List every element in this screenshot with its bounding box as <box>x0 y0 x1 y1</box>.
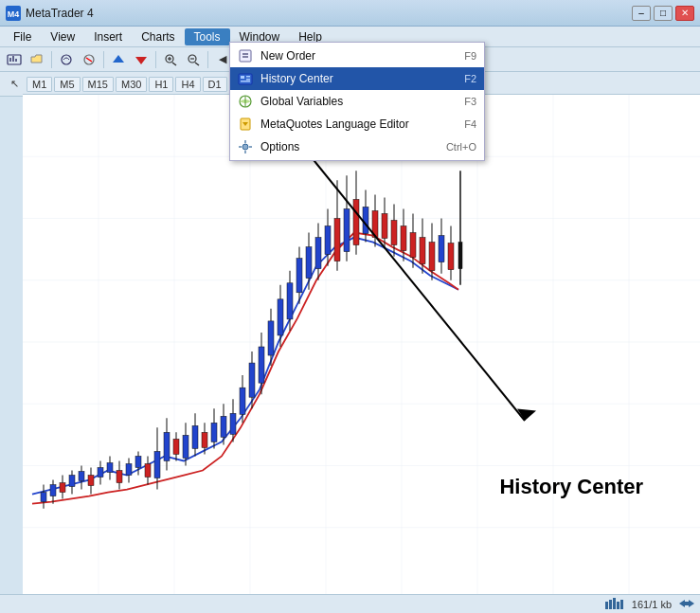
sell-btn[interactable] <box>131 50 152 69</box>
svg-marker-9 <box>113 55 124 63</box>
disconnect-btn[interactable] <box>79 50 99 69</box>
dropdown-global-variables[interactable]: Global Variables F3 <box>230 90 484 113</box>
menu-view[interactable]: View <box>41 28 84 45</box>
svg-rect-91 <box>306 247 312 279</box>
status-bar: 161/1 kb <box>0 594 700 613</box>
scroll-indicator <box>679 598 694 611</box>
history-center-shortcut: F2 <box>464 73 476 84</box>
svg-rect-117 <box>429 243 435 271</box>
history-center-label: History Center <box>260 72 457 85</box>
svg-rect-87 <box>287 283 293 319</box>
svg-rect-101 <box>353 199 359 244</box>
sep1 <box>51 51 52 68</box>
svg-rect-73 <box>221 416 226 437</box>
sep4 <box>207 51 208 68</box>
new-chart-btn[interactable] <box>4 50 25 69</box>
sep2 <box>103 51 104 68</box>
svg-rect-111 <box>401 226 406 251</box>
svg-rect-65 <box>183 435 188 458</box>
title-bar-controls: – □ ✕ <box>632 6 694 21</box>
svg-rect-132 <box>246 79 250 81</box>
dropdown-options[interactable]: Options Ctrl+O <box>230 135 484 158</box>
svg-rect-143 <box>605 602 608 609</box>
svg-rect-81 <box>259 347 264 383</box>
svg-rect-105 <box>372 210 378 237</box>
svg-rect-39 <box>60 483 65 493</box>
title-bar: M4 MetaTrader 4 – □ ✕ <box>0 0 700 27</box>
status-text: 161/1 kb <box>632 599 672 610</box>
svg-rect-115 <box>420 238 425 264</box>
svg-text:M4: M4 <box>8 9 20 19</box>
chart-svg <box>23 95 700 594</box>
svg-rect-119 <box>439 236 444 262</box>
new-order-icon <box>238 48 253 63</box>
svg-rect-146 <box>617 602 619 609</box>
svg-rect-121 <box>448 243 454 270</box>
svg-marker-10 <box>135 57 147 64</box>
new-order-label: New Order <box>260 49 457 63</box>
svg-rect-93 <box>315 238 321 269</box>
svg-rect-89 <box>296 259 302 293</box>
svg-line-16 <box>195 63 199 65</box>
menu-file[interactable]: File <box>4 28 41 45</box>
svg-rect-53 <box>126 463 132 475</box>
buy-btn[interactable] <box>108 50 129 69</box>
chart-bars-icon <box>605 598 624 611</box>
svg-rect-103 <box>363 207 368 233</box>
options-label: Options <box>260 140 439 153</box>
metaquotes-editor-label: MetaQuotes Language Editor <box>260 117 457 131</box>
svg-rect-123 <box>458 243 462 269</box>
minimize-button[interactable]: – <box>632 6 651 21</box>
title-bar-text: MetaTrader 4 <box>26 7 632 20</box>
tf-m15[interactable]: M15 <box>82 77 114 92</box>
svg-rect-2 <box>8 55 21 64</box>
tf-m5[interactable]: M5 <box>54 77 80 92</box>
svg-line-8 <box>86 58 92 62</box>
svg-rect-61 <box>164 432 170 460</box>
svg-point-6 <box>62 55 71 64</box>
svg-rect-63 <box>173 439 179 454</box>
close-button[interactable]: ✕ <box>675 6 694 21</box>
svg-rect-77 <box>240 388 245 414</box>
svg-rect-57 <box>145 463 151 477</box>
tf-d1[interactable]: D1 <box>203 77 227 92</box>
svg-rect-51 <box>117 471 122 483</box>
zoom-out-btn[interactable] <box>183 50 204 69</box>
zoom-in-btn[interactable] <box>160 50 181 69</box>
new-order-shortcut: F9 <box>464 50 476 62</box>
svg-rect-49 <box>107 462 113 472</box>
tools-dropdown: New Order F9 History Center F2 Global Va… <box>229 42 485 161</box>
svg-rect-85 <box>278 299 283 335</box>
svg-rect-41 <box>69 476 75 487</box>
svg-rect-67 <box>192 425 198 448</box>
open-btn[interactable] <box>27 50 47 69</box>
metaquotes-editor-icon <box>238 117 253 132</box>
svg-point-138 <box>242 144 248 150</box>
svg-rect-35 <box>41 493 46 502</box>
svg-line-12 <box>172 63 176 65</box>
menu-charts[interactable]: Charts <box>132 28 184 45</box>
cursor-btn[interactable]: ↖ <box>4 75 25 94</box>
dropdown-history-center[interactable]: History Center F2 <box>230 67 484 90</box>
tf-h1[interactable]: H1 <box>149 77 173 92</box>
maximize-button[interactable]: □ <box>654 6 673 21</box>
svg-rect-83 <box>268 321 274 355</box>
options-icon <box>238 139 253 154</box>
svg-rect-95 <box>325 226 331 255</box>
svg-rect-145 <box>613 598 616 609</box>
svg-rect-113 <box>410 233 416 258</box>
tf-m1[interactable]: M1 <box>27 77 52 92</box>
tf-h4[interactable]: H4 <box>175 77 200 92</box>
dropdown-metaquotes-editor[interactable]: MetaQuotes Language Editor F4 <box>230 113 484 135</box>
svg-rect-133 <box>241 81 250 82</box>
svg-rect-59 <box>154 451 160 478</box>
svg-rect-47 <box>98 467 103 477</box>
svg-rect-97 <box>334 218 340 261</box>
dropdown-new-order[interactable]: New Order F9 <box>230 45 484 67</box>
menu-insert[interactable]: Insert <box>84 28 132 45</box>
connect-btn[interactable] <box>56 50 77 69</box>
menu-tools[interactable]: Tools <box>185 28 230 45</box>
tf-m30[interactable]: M30 <box>116 77 147 92</box>
svg-rect-55 <box>135 456 141 467</box>
svg-rect-71 <box>211 423 217 442</box>
